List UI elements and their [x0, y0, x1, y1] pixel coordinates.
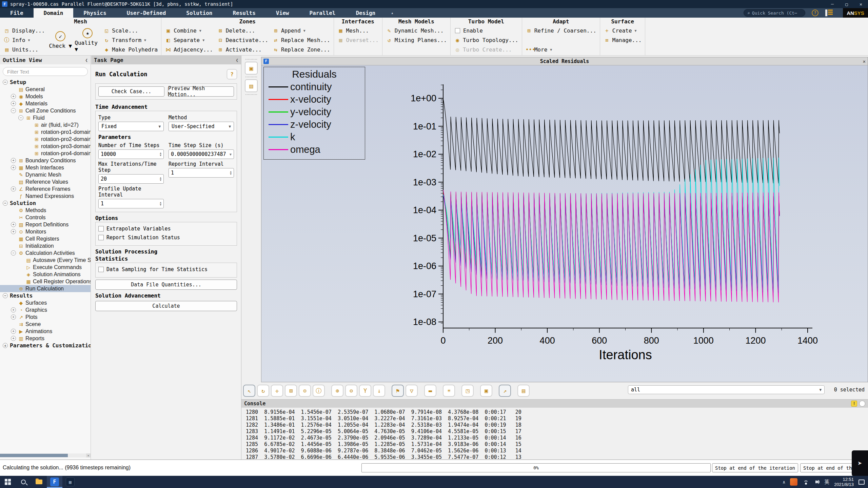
calculate-button[interactable]: Calculate [95, 301, 237, 311]
tree-item-controls[interactable]: ✂Controls [0, 214, 91, 221]
taskbar-search-icon[interactable] [16, 476, 31, 488]
maximize-button[interactable]: ▢ [840, 0, 854, 8]
ribbon-button-more[interactable]: •••More▼ [524, 45, 598, 54]
drag-handle[interactable] [245, 94, 257, 95]
tray-app-icon[interactable] [790, 478, 797, 486]
tree-item-general[interactable]: ▤General [0, 86, 91, 93]
checkbox-row-report-simulation-status[interactable]: Report Simulation Status [98, 233, 234, 242]
stop-button-stop-at-end-of-the-iteration[interactable]: Stop at end of the iteration [712, 463, 798, 472]
tree-item-models[interactable]: +◉Models [0, 93, 91, 100]
data-file-quantities-button[interactable]: Data File Quantities... [95, 280, 237, 290]
tree-expander-plus[interactable]: + [11, 314, 16, 320]
tree-item-rotation-pro3-domain-fl[interactable]: ⊞rotation-pro3-domain (fl [0, 143, 91, 150]
drag-handle[interactable] [245, 77, 257, 77]
interrupt-icon[interactable] [859, 401, 865, 407]
tree-item-named-expressions[interactable]: ƒNamed Expressions [0, 192, 91, 200]
probe-info-button[interactable]: ⓘ [313, 385, 325, 397]
ribbon-button-enable[interactable]: Enable [453, 26, 520, 35]
max-iterations-time-step-input[interactable]: 20▲▼ [98, 174, 164, 184]
tree-item-rotation-pro4-domain-1[interactable]: ⊞rotation-pro4-domain.1 [0, 150, 91, 157]
tree-expander-minus[interactable]: − [3, 293, 8, 298]
tab-view[interactable]: View [266, 8, 299, 18]
tree-expander-minus[interactable]: − [11, 108, 16, 113]
scrollbar-thumb[interactable] [0, 454, 68, 457]
panel-options-button[interactable]: ▤ [245, 79, 258, 92]
save-picture-button[interactable]: ↓ [373, 385, 385, 397]
help-icon[interactable]: ? [812, 9, 818, 16]
headlight-toggle-button[interactable]: ▬ [424, 385, 436, 397]
ribbon-button-delete[interactable]: ⊠Delete... [216, 26, 270, 35]
tree-item-reference-frames[interactable]: +∠Reference Frames [0, 185, 91, 192]
tree-expander-minus[interactable]: − [3, 201, 8, 206]
tree-expander-plus[interactable]: + [11, 165, 16, 170]
profile-update-interval-input[interactable]: 1▲▼ [98, 199, 164, 208]
console-output[interactable]: 1280 8.9156e-04 1.5456e-07 2.5359e-07 1.… [241, 408, 868, 462]
tree-expander-plus[interactable]: + [3, 343, 8, 348]
ribbon-button-manage[interactable]: ≡Manage... [602, 35, 643, 45]
button-preview-mesh-motion[interactable]: Preview Mesh Motion... [168, 86, 234, 97]
tree-item-monitors[interactable]: +⊙Monitors [0, 228, 91, 235]
tree-item-initialization[interactable]: ⊟Initialization [0, 242, 91, 249]
ribbon-button-replace-zone[interactable]: ⇆Replace Zone... [271, 45, 332, 54]
report-document-button[interactable]: ▤ [517, 385, 530, 397]
tree-expander-plus[interactable]: + [11, 229, 16, 234]
taskbar-clock[interactable]: 12:51 2021/8/13 [834, 477, 854, 487]
minimize-button[interactable]: ─ [825, 0, 840, 8]
tree-item-report-definitions[interactable]: +▧Report Definitions [0, 221, 91, 228]
tab-physics[interactable]: Physics [73, 8, 116, 18]
notification-center-icon[interactable] [859, 480, 865, 485]
tree-item-materials[interactable]: +◆Materials [0, 100, 91, 107]
close-button[interactable]: ✕ [854, 0, 868, 8]
tree-item-mesh-interfaces[interactable]: +▦Mesh Interfaces [0, 164, 91, 171]
hidden-icons-chevron[interactable]: ∧ [783, 480, 785, 485]
help-button[interactable]: ? [227, 69, 237, 79]
ribbon-button-activate[interactable]: ⊞Activate... [216, 45, 270, 54]
views-isometric-button[interactable]: ◳ [461, 385, 474, 397]
zoom-box-button[interactable]: ⊞ [285, 385, 297, 397]
tab-user-defined[interactable]: User-Defined [117, 8, 176, 18]
tab-design[interactable]: Design [346, 8, 386, 18]
new-window-button[interactable]: ▣ [245, 62, 258, 75]
tree-expander-minus[interactable]: − [18, 115, 23, 120]
tab-domain[interactable]: Domain [34, 8, 74, 18]
tree-item-parameters-customization[interactable]: +Parameters & Customization [0, 342, 91, 349]
tab-results[interactable]: Results [222, 8, 265, 18]
tab-parallel[interactable]: Parallel [299, 8, 346, 18]
tree-expander-plus[interactable]: + [11, 336, 16, 341]
ribbon-button-units[interactable]: ▤Units... [2, 45, 46, 54]
lights-options-button[interactable]: ☀ [443, 385, 455, 397]
method-dropdown[interactable]: User-Specified▼ [169, 122, 234, 131]
tree-item-rotation-pro1-domain-fl[interactable]: ⊞rotation-pro1-domain (fl [0, 128, 91, 136]
ribbon-button-deactivate[interactable]: ⊟Deactivate... [216, 35, 270, 45]
tab-solution[interactable]: Solution [176, 8, 222, 18]
ribbon-button-display[interactable]: ◳Display... [2, 26, 46, 35]
drag-handle[interactable] [245, 59, 257, 60]
ribbon-button-refine-coarsen[interactable]: ⊞Refine / Coarsen... [524, 26, 598, 35]
ribbon-button-transform[interactable]: ↻Transform▼ [102, 35, 159, 45]
zoom-in-button[interactable]: ⊕ [331, 385, 343, 397]
clip-plane-button[interactable]: ▽ [406, 385, 418, 397]
enable-checkbox[interactable] [455, 28, 460, 33]
tree-item-cell-zone-conditions[interactable]: −⊞Cell Zone Conditions [0, 107, 91, 114]
ribbon-button-append[interactable]: ⊞Append▼ [271, 26, 332, 35]
time-step-size-s-input[interactable]: 0.0005000000237487▼ [169, 149, 234, 159]
plot-window-close-icon[interactable]: ✕ [863, 59, 866, 64]
zoom-out-button[interactable]: ⊖ [345, 385, 357, 397]
tree-item-reports[interactable]: +▥Reports [0, 335, 91, 342]
start-button[interactable] [0, 476, 16, 488]
copy-screen-button[interactable]: ▣ [480, 385, 492, 397]
tree-item-results[interactable]: −Results [0, 292, 91, 299]
axes-triad-button[interactable]: Y [359, 385, 371, 397]
tree-expander-plus[interactable]: + [11, 186, 16, 191]
tree-item-autosave-every-time-steps[interactable]: ▤Autosave (Every Time Steps) [0, 257, 91, 264]
speaker-icon[interactable] [814, 480, 820, 484]
tree-item-run-calculation[interactable]: ⊜Run Calculation [0, 285, 91, 292]
file-explorer-icon[interactable] [31, 476, 47, 488]
ribbon-collapse-arrow[interactable]: ▴ [386, 8, 399, 18]
tree-item-execute-commands[interactable]: ▷Execute Commands [0, 264, 91, 271]
ime-indicator[interactable]: 英 [824, 479, 829, 485]
tree-expander-plus[interactable]: + [11, 101, 16, 106]
tree-item-scene[interactable]: ⇉Scene [0, 321, 91, 328]
ribbon-button-dynamic-mesh[interactable]: ✎Dynamic Mesh... [384, 26, 448, 35]
tree-item-setup[interactable]: −Setup [0, 79, 91, 86]
